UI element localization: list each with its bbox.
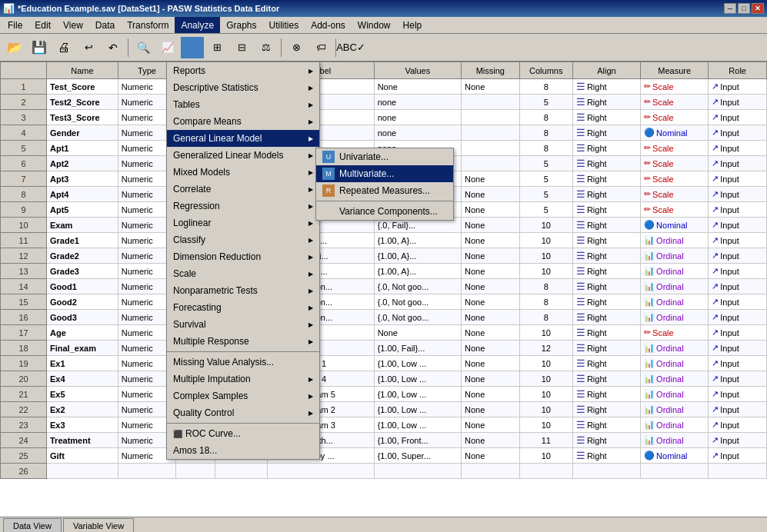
cell-role[interactable]: ↗Input	[709, 156, 767, 171]
cell-columns[interactable]: 10	[519, 233, 572, 248]
table-row[interactable]: 24 Treatment Numeric 8 2 Teaching Meth..…	[1, 433, 767, 448]
cell-align[interactable]: ☰Right	[572, 371, 640, 387]
cell-missing[interactable]: None	[462, 233, 520, 248]
cell-label[interactable]	[268, 464, 375, 479]
cell-measure[interactable]: 📊 Ordinal	[641, 433, 709, 448]
cell-missing[interactable]: None	[462, 202, 520, 218]
table-row[interactable]: 26	[1, 464, 767, 479]
menu-file[interactable]: File	[2, 17, 28, 33]
cell-measure[interactable]: ✏ Scale	[641, 202, 709, 218]
open-button[interactable]: 📂	[3, 37, 26, 58]
glm-multivariate[interactable]: M Multivariate...	[316, 165, 453, 182]
cell-role[interactable]: ↗Input	[709, 356, 767, 371]
minimize-button[interactable]: ─	[724, 3, 736, 14]
menu-survival[interactable]: Survival▶	[167, 316, 319, 333]
menu-multiple-imputation[interactable]: Multiple Imputation▶	[167, 371, 319, 387]
menu-loglinear[interactable]: Loglinear▶	[167, 214, 319, 231]
table-row[interactable]: 25 Gift Numeric 8 2 Gift chosen by ... {…	[1, 448, 767, 464]
cell-columns[interactable]: 10	[519, 248, 572, 264]
cell-missing[interactable]: None	[462, 294, 520, 310]
cell-measure[interactable]: 📊 Ordinal	[641, 356, 709, 371]
cell-missing[interactable]: None	[462, 325, 520, 341]
cell-align[interactable]: ☰Right	[572, 279, 640, 294]
cell-columns[interactable]: 10	[519, 356, 572, 371]
cell-name[interactable]: Exam	[47, 218, 118, 233]
cell-name[interactable]: Treatment	[47, 433, 118, 448]
cell-columns[interactable]: 5	[519, 95, 572, 110]
cell-values[interactable]: {1.00, Low ...	[374, 356, 461, 371]
cell-columns[interactable]: 8	[519, 279, 572, 294]
maximize-button[interactable]: □	[738, 3, 750, 14]
cell-columns[interactable]: 8	[519, 294, 572, 310]
cell-name[interactable]: Apt4	[47, 187, 118, 202]
cell-missing[interactable]: None	[462, 79, 520, 95]
cell-name[interactable]: Good1	[47, 279, 118, 294]
cell-role[interactable]: ↗Input	[709, 95, 767, 110]
spell-check-button[interactable]: ABC✓	[339, 37, 362, 58]
cell-missing[interactable]	[462, 95, 520, 110]
cell-measure[interactable]: ✏ Scale	[641, 141, 709, 156]
cell-measure[interactable]: ✏ Scale	[641, 156, 709, 171]
cell-role[interactable]: ↗Input	[709, 279, 767, 294]
cell-missing[interactable]: None	[462, 387, 520, 402]
cell-missing[interactable]: None	[462, 248, 520, 264]
cell-align[interactable]: ☰Right	[572, 171, 640, 187]
cell-measure[interactable]: 📊 Ordinal	[641, 248, 709, 264]
undo-button[interactable]: ↶	[102, 37, 125, 58]
menu-amos[interactable]: Amos 18...	[167, 442, 319, 459]
value-labels-button[interactable]: 🏷	[309, 37, 332, 58]
print-button[interactable]: 🖨	[52, 37, 75, 58]
cell-name[interactable]: Ex3	[47, 417, 118, 433]
menu-roc-curve[interactable]: ⬛ROC Curve...	[167, 425, 319, 442]
menu-regression[interactable]: Regression▶	[167, 198, 319, 214]
cell-name[interactable]: Apt2	[47, 156, 118, 171]
cell-measure[interactable]: ✏ Scale	[641, 187, 709, 202]
table-row[interactable]: 16 Good3 Numeric 8 2 erformance on... {.…	[1, 310, 767, 325]
cell-values[interactable]: {1.00, Low ...	[374, 371, 461, 387]
find-button[interactable]: 🔍	[132, 37, 155, 58]
cell-measure[interactable]: 📊 Ordinal	[641, 294, 709, 310]
menu-scale[interactable]: Scale▶	[167, 265, 319, 282]
table-row[interactable]: 11 Grade1 Numeric 8 2 ade on Math ... {1…	[1, 233, 767, 248]
pivot-button[interactable]	[181, 37, 204, 58]
table-button[interactable]: ⊞	[205, 37, 228, 58]
cell-decimals[interactable]	[215, 464, 267, 479]
cell-values[interactable]: {1.00, Front...	[374, 433, 461, 448]
cell-role[interactable]: ↗Input	[709, 310, 767, 325]
menu-edit[interactable]: Edit	[28, 17, 57, 33]
cell-role[interactable]: ↗Input	[709, 248, 767, 264]
data-grid[interactable]: Name Type Width Decimals Label Values Mi…	[0, 62, 767, 517]
chart-button[interactable]: 📈	[156, 37, 179, 58]
table-row[interactable]: 2 Test2_Score Numeric 8 2 none 5 ☰Right …	[1, 95, 767, 110]
menu-general-linear-model[interactable]: General Linear Model▶	[167, 130, 319, 147]
cell-values[interactable]: none	[374, 125, 461, 141]
col-header-measure[interactable]: Measure	[641, 62, 709, 79]
cell-width[interactable]	[176, 464, 215, 479]
cell-missing[interactable]	[462, 141, 520, 156]
cell-role[interactable]: ↗Input	[709, 448, 767, 464]
cell-name[interactable]: Apt5	[47, 202, 118, 218]
table-row[interactable]: 15 Good2 Numeric 8 2 erformance on... {.…	[1, 294, 767, 310]
table-row[interactable]: 20 Ex4 Numeric 8 2 d-term Exam 4 {1.00, …	[1, 371, 767, 387]
cell-measure[interactable]: 📊 Ordinal	[641, 264, 709, 279]
table-row[interactable]: 22 Ex2 Numeric 8 2 Mid-term Exam 2 {1.00…	[1, 402, 767, 417]
menu-addons[interactable]: Add-ons	[305, 17, 352, 33]
cell-columns[interactable]: 10	[519, 402, 572, 417]
cell-name[interactable]: Gender	[47, 125, 118, 141]
cell-columns[interactable]: 5	[519, 202, 572, 218]
cell-role[interactable]: ↗Input	[709, 79, 767, 95]
cell-align[interactable]: ☰Right	[572, 110, 640, 125]
cell-measure[interactable]: ✏ Scale	[641, 95, 709, 110]
cell-name[interactable]: Grade2	[47, 248, 118, 264]
cell-columns[interactable]: 10	[519, 417, 572, 433]
cell-name[interactable]: Ex5	[47, 387, 118, 402]
cell-missing[interactable]: None	[462, 341, 520, 356]
glm-variance-components[interactable]: Variance Components...	[316, 203, 453, 220]
menu-window[interactable]: Window	[352, 17, 397, 33]
cell-name[interactable]: Apt1	[47, 141, 118, 156]
table-row[interactable]: 18 Final_exam Numeric 8 2 al Exam Sc... …	[1, 341, 767, 356]
cell-name[interactable]: Ex2	[47, 402, 118, 417]
cell-columns[interactable]: 8	[519, 110, 572, 125]
cell-values[interactable]: {1.00, Super...	[374, 448, 461, 464]
cell-missing[interactable]: None	[462, 448, 520, 464]
